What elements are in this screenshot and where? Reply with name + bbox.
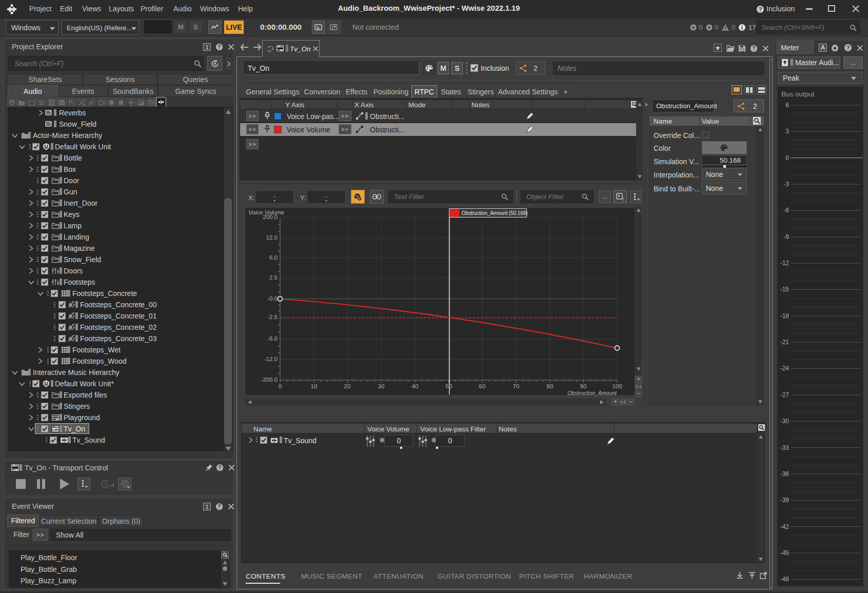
svg-text:?: ? — [846, 45, 850, 51]
svg-text:?: ? — [218, 465, 221, 470]
svg-text:?: ? — [752, 46, 755, 51]
svg-text:S: S — [623, 197, 624, 201]
svg-text:?: ? — [218, 44, 221, 50]
svg-text:?: ? — [759, 6, 762, 12]
svg-text:?: ? — [218, 504, 221, 509]
